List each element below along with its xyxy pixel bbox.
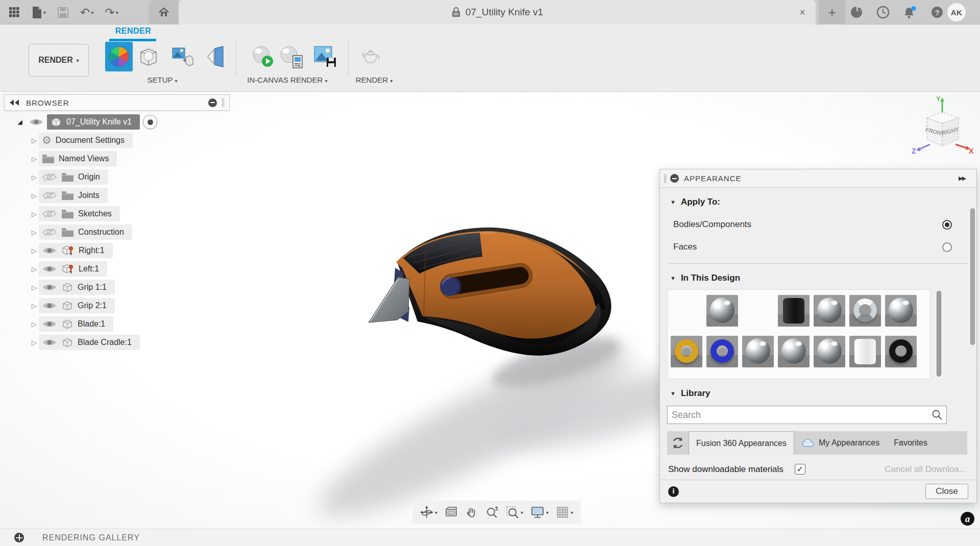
- workspace-switcher-button[interactable]: RENDER ▾: [29, 44, 89, 77]
- tree-row[interactable]: ▷Right:1: [4, 241, 230, 260]
- decal-tool-button[interactable]: [168, 42, 196, 71]
- grid-settings-button[interactable]: ▾: [553, 504, 576, 521]
- expand-arrow-icon[interactable]: ▷: [30, 137, 39, 144]
- close-button[interactable]: Close: [925, 484, 968, 499]
- tree-item[interactable]: Grip 2:1: [39, 298, 115, 313]
- search-icon[interactable]: [931, 409, 943, 421]
- setup-group-label[interactable]: SETUP ▾: [148, 76, 178, 84]
- tree-row[interactable]: ▷Joints: [4, 186, 230, 205]
- hidden-eye-icon[interactable]: [42, 190, 57, 201]
- tree-item[interactable]: Blade:1: [39, 316, 113, 332]
- apply-option-radio[interactable]: [942, 242, 952, 252]
- home-tab[interactable]: [149, 0, 179, 24]
- activate-component-radio[interactable]: [143, 115, 157, 129]
- collapse-left-icon[interactable]: [10, 100, 20, 106]
- appearance-swatch-chrome-sphere[interactable]: [778, 336, 810, 367]
- expand-arrow-icon[interactable]: ▷: [30, 320, 39, 328]
- notifications-button[interactable]: [900, 3, 920, 21]
- browser-root-item[interactable]: 07_Utility Knife v1: [47, 114, 140, 130]
- panel-grip[interactable]: [664, 174, 666, 183]
- tree-row[interactable]: ▷Grip 2:1: [4, 296, 230, 315]
- zoom-window-button[interactable]: ▾: [503, 504, 526, 521]
- swatch-scrollbar[interactable]: [937, 291, 941, 377]
- view-cube[interactable]: FRONT RIGHT Y Z X: [910, 95, 975, 161]
- visibility-eye-icon[interactable]: [42, 283, 57, 292]
- panel-grip[interactable]: [222, 98, 224, 107]
- hidden-eye-icon[interactable]: [42, 227, 57, 237]
- library-section-header[interactable]: ▼ Library: [670, 388, 976, 399]
- appearance-dialog-header[interactable]: APPEARANCE ▶▶: [660, 169, 976, 188]
- in-canvas-render-settings-tool-button[interactable]: [278, 42, 305, 71]
- visibility-eye-icon[interactable]: [42, 319, 57, 329]
- file-button[interactable]: ▾: [30, 3, 48, 21]
- panel-scrollbar[interactable]: [970, 208, 975, 345]
- search-input[interactable]: [668, 410, 931, 420]
- utility-knife-model[interactable]: [281, 212, 679, 528]
- collapse-arrow-icon[interactable]: ◢: [15, 118, 24, 126]
- fusion-logo-badge[interactable]: a: [961, 512, 974, 526]
- show-downloadable-checkbox[interactable]: ✓: [795, 464, 805, 475]
- tree-row[interactable]: ▷Named Views: [4, 150, 230, 168]
- tree-item[interactable]: Origin: [39, 169, 108, 185]
- zoom-button[interactable]: [483, 504, 501, 521]
- in-this-design-section-header[interactable]: ▼ In This Design: [670, 273, 976, 283]
- appearance-swatch-chrome-sphere[interactable]: [742, 336, 774, 367]
- scene-settings-tool-button[interactable]: [135, 42, 162, 71]
- visibility-eye-icon[interactable]: [42, 246, 57, 255]
- expand-arrow-icon[interactable]: ▷: [30, 155, 39, 163]
- visibility-eye-icon[interactable]: [42, 264, 57, 274]
- refresh-library-button[interactable]: [667, 431, 689, 455]
- appearance-swatch-gold-torus[interactable]: [671, 336, 702, 367]
- app-grid-button[interactable]: [6, 3, 22, 21]
- tree-item[interactable]: Construction: [39, 225, 132, 240]
- hidden-eye-icon[interactable]: [42, 172, 57, 182]
- info-icon[interactable]: i: [668, 486, 679, 497]
- new-tab-button[interactable]: +: [819, 0, 845, 24]
- tree-item[interactable]: Sketches: [39, 206, 120, 221]
- expand-arrow-icon[interactable]: ▷: [30, 265, 39, 273]
- minimize-panel-icon[interactable]: [208, 98, 217, 107]
- tree-row[interactable]: ▷Origin: [4, 168, 230, 186]
- save-button[interactable]: [55, 3, 71, 21]
- rendering-gallery-icon[interactable]: [14, 533, 24, 542]
- redo-button[interactable]: ↷▾: [103, 3, 120, 21]
- library-tab[interactable]: My Appearances: [794, 431, 887, 455]
- ribbon-tab-render[interactable]: RENDER: [111, 27, 155, 36]
- capture-image-tool-button[interactable]: [311, 42, 339, 71]
- appearance-swatch-white-cylinder[interactable]: [849, 336, 881, 367]
- tree-item[interactable]: Blade Cradle:1: [39, 335, 140, 350]
- document-tab[interactable]: 07_Utility Knife v1 ×: [179, 0, 816, 24]
- expand-arrow-icon[interactable]: ▷: [30, 302, 39, 310]
- undo-button[interactable]: ↶▾: [78, 3, 95, 21]
- tree-item[interactable]: Grip 1:1: [39, 280, 115, 295]
- look-at-button[interactable]: [442, 504, 460, 521]
- visibility-eye-icon[interactable]: [42, 338, 57, 347]
- expand-arrow-icon[interactable]: ▷: [30, 192, 39, 200]
- expand-right-icon[interactable]: ▶▶: [959, 175, 965, 182]
- tree-item[interactable]: Joints: [39, 188, 108, 203]
- appearance-swatch-chrome-sphere[interactable]: [814, 336, 845, 367]
- tree-row[interactable]: ▷Blade Cradle:1: [4, 333, 230, 352]
- appearance-swatch-chrome-sphere[interactable]: [706, 295, 738, 327]
- appearance-swatch-black-cylinder[interactable]: [778, 295, 810, 327]
- tree-row[interactable]: ▷Blade:1: [4, 315, 230, 333]
- display-settings-button[interactable]: ▾: [528, 504, 551, 521]
- job-status-button[interactable]: [874, 3, 892, 21]
- orbit-button[interactable]: ▾: [418, 504, 440, 521]
- tree-item[interactable]: ⚙Document Settings: [39, 133, 133, 148]
- visibility-eye-icon[interactable]: [42, 301, 57, 310]
- pan-button[interactable]: [462, 504, 481, 521]
- tree-row[interactable]: ▷Sketches: [4, 205, 230, 223]
- render-group-label[interactable]: RENDER ▾: [356, 76, 393, 84]
- appearance-swatch-chrome-sphere[interactable]: [814, 295, 845, 327]
- rendering-gallery-label[interactable]: RENDERING GALLERY: [42, 533, 140, 542]
- tree-item[interactable]: Right:1: [39, 243, 113, 258]
- expand-arrow-icon[interactable]: ▷: [30, 247, 39, 255]
- expand-arrow-icon[interactable]: ▷: [30, 173, 39, 181]
- library-tab[interactable]: Favorites: [887, 431, 935, 455]
- extensions-button[interactable]: [847, 3, 866, 21]
- browser-root-row[interactable]: ◢07_Utility Knife v1: [4, 113, 230, 131]
- minimize-panel-icon[interactable]: [670, 174, 679, 183]
- expand-arrow-icon[interactable]: ▷: [30, 229, 39, 236]
- in-canvas-render-tool-button[interactable]: [249, 42, 277, 71]
